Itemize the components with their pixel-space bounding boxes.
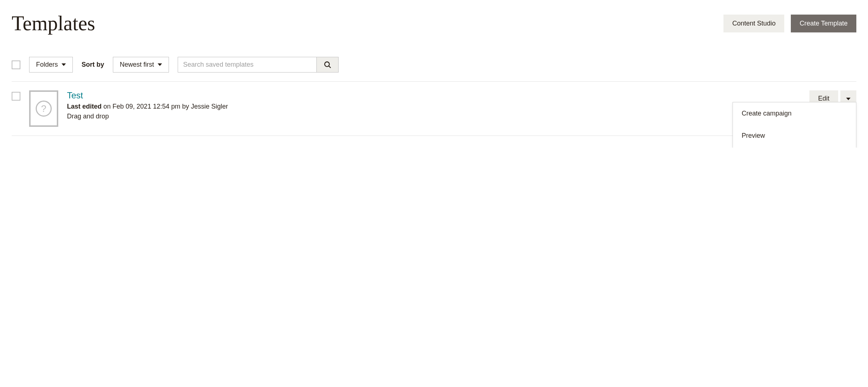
question-icon: ? [36, 101, 52, 117]
template-row: ? Test Last edited on Feb 09, 2021 12:54… [12, 82, 856, 136]
dropdown-item-export-html[interactable]: Export as HTML [733, 147, 856, 148]
content-studio-button[interactable]: Content Studio [723, 15, 784, 32]
search-input[interactable] [178, 57, 316, 72]
search-wrapper [178, 57, 339, 73]
template-type: Drag and drop [67, 113, 801, 120]
dropdown-item-preview[interactable]: Preview [733, 125, 856, 147]
row-checkbox-wrap [12, 90, 20, 101]
sort-dropdown[interactable]: Newest first [113, 57, 169, 73]
template-meta: Last edited on Feb 09, 2021 12:54 pm by … [67, 103, 801, 110]
chevron-down-icon [158, 63, 162, 66]
header-buttons: Content Studio Create Template [723, 15, 856, 32]
chevron-down-icon [846, 98, 851, 100]
last-edited-value: on Feb 09, 2021 12:54 pm by Jessie Sigle… [102, 103, 228, 110]
select-all-checkbox[interactable] [12, 60, 20, 69]
create-template-button[interactable]: Create Template [791, 15, 856, 32]
folders-dropdown[interactable]: Folders [29, 57, 73, 73]
search-icon [324, 61, 332, 69]
sort-selected: Newest first [120, 61, 154, 69]
row-actions: Edit Create campaign Preview Export as H… [809, 90, 856, 107]
template-title[interactable]: Test [67, 90, 801, 101]
folders-label: Folders [36, 61, 58, 69]
svg-line-1 [328, 66, 331, 68]
page-header: Templates Content Studio Create Template [12, 12, 856, 35]
toolbar: Folders Sort by Newest first [12, 57, 856, 82]
chevron-down-icon [62, 63, 66, 66]
row-checkbox[interactable] [12, 92, 20, 101]
template-info: Test Last edited on Feb 09, 2021 12:54 p… [67, 90, 801, 120]
svg-point-0 [324, 62, 329, 66]
template-thumbnail[interactable]: ? [29, 90, 58, 127]
sortby-label: Sort by [82, 61, 104, 69]
search-button[interactable] [316, 57, 338, 72]
page-title: Templates [12, 12, 95, 35]
last-edited-label: Last edited [67, 103, 102, 110]
dropdown-item-create-campaign[interactable]: Create campaign [733, 102, 856, 125]
dropdown-menu: Create campaign Preview Export as HTML S… [733, 102, 856, 148]
